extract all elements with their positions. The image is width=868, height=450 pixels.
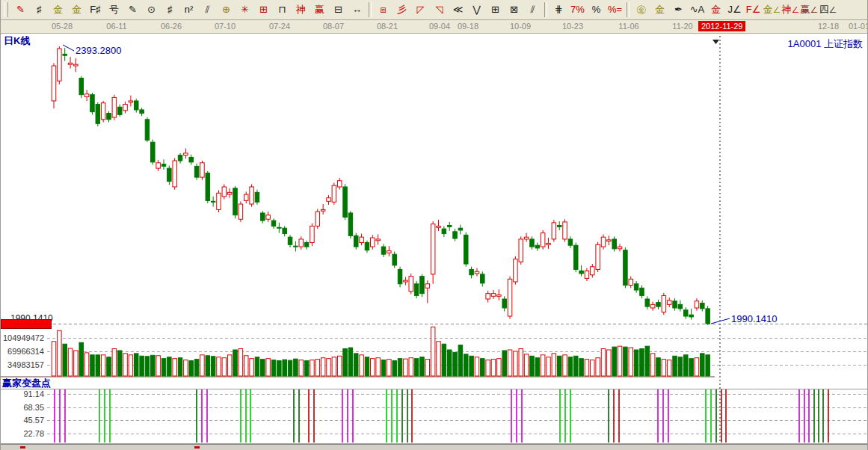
volume-bar bbox=[618, 346, 622, 376]
candle bbox=[343, 187, 348, 217]
volume-bar bbox=[420, 357, 425, 376]
volume-bar bbox=[393, 361, 397, 376]
volume-bar bbox=[376, 358, 381, 376]
volume-bar bbox=[601, 349, 606, 376]
volume-bar bbox=[337, 356, 342, 376]
candle bbox=[365, 243, 369, 250]
volume-bar bbox=[458, 345, 463, 376]
candle bbox=[701, 303, 705, 309]
candle bbox=[266, 215, 271, 220]
stock-app-window: ✎♯金金F♯号✎⊙♯n²⫽⊕✳⊞⊓神赢⊟↔⧈彡◸◹≪⋁⊞⊠⫽⋕7%%%=㊎金✒∿… bbox=[0, 0, 868, 450]
candle bbox=[79, 78, 84, 95]
volume-bar bbox=[442, 344, 446, 376]
candle bbox=[497, 295, 502, 296]
candle bbox=[458, 228, 463, 230]
candle bbox=[673, 301, 677, 308]
candle bbox=[189, 157, 194, 161]
candle bbox=[689, 315, 694, 317]
volume-bar bbox=[117, 351, 122, 376]
volume-bar bbox=[161, 359, 166, 376]
candle bbox=[618, 247, 622, 249]
volume-bar bbox=[84, 353, 89, 376]
candle bbox=[431, 224, 435, 274]
candle bbox=[151, 142, 156, 162]
horizontal-scrollbar[interactable] bbox=[1, 444, 868, 450]
candle bbox=[354, 235, 359, 247]
volume-bar bbox=[425, 360, 430, 376]
candle bbox=[535, 245, 540, 248]
volume-bar bbox=[244, 356, 249, 376]
candle bbox=[684, 310, 689, 316]
candle bbox=[117, 107, 122, 114]
volume-bar bbox=[283, 360, 287, 376]
volume-bar bbox=[294, 359, 298, 376]
candle bbox=[238, 204, 243, 219]
volume-axis-label-1: 104949472 bbox=[1, 333, 44, 342]
volume-bar bbox=[173, 359, 177, 376]
panel-label-daily-k[interactable]: 日K线 bbox=[4, 34, 30, 48]
volume-bar bbox=[579, 359, 584, 376]
candle bbox=[332, 185, 336, 202]
volume-bar bbox=[194, 360, 199, 376]
candle bbox=[557, 226, 561, 227]
volume-bar bbox=[332, 357, 336, 376]
volume-bar bbox=[541, 355, 545, 376]
volume-bar bbox=[514, 351, 518, 376]
candle bbox=[425, 284, 430, 289]
candle bbox=[250, 187, 254, 204]
volume-bar bbox=[547, 357, 551, 376]
candle bbox=[552, 223, 556, 239]
volume-bar bbox=[524, 354, 529, 376]
volume-bar bbox=[502, 351, 507, 376]
volume-bar bbox=[135, 354, 139, 376]
volume-bar bbox=[519, 349, 523, 376]
candle bbox=[574, 245, 579, 269]
candle bbox=[371, 238, 375, 247]
candle bbox=[74, 64, 79, 66]
candle bbox=[233, 188, 238, 215]
volume-axis-label-2: 69966314 bbox=[1, 347, 44, 356]
candle bbox=[596, 244, 600, 269]
low-price-annotation: 1990.1410 bbox=[731, 313, 777, 324]
candle bbox=[387, 251, 392, 253]
volume-bar bbox=[167, 357, 172, 376]
volume-bar bbox=[497, 359, 502, 376]
candle bbox=[271, 221, 276, 226]
volume-bar bbox=[530, 356, 535, 376]
candle bbox=[321, 209, 325, 211]
candle bbox=[360, 237, 364, 242]
volume-bar bbox=[189, 361, 194, 376]
volume-axis-label-3: 34983157 bbox=[1, 360, 44, 369]
candle bbox=[568, 239, 573, 245]
candle bbox=[547, 243, 551, 244]
candle bbox=[381, 247, 386, 254]
candle bbox=[601, 237, 606, 247]
candle bbox=[107, 114, 111, 120]
volume-bar bbox=[585, 360, 589, 376]
volume-bar bbox=[409, 358, 413, 376]
candlestick-chart-svg[interactable] bbox=[1, 0, 868, 450]
volume-bar bbox=[640, 349, 644, 376]
volume-bar bbox=[404, 359, 408, 376]
indicator-title[interactable]: 赢家变盘点 bbox=[2, 377, 51, 390]
candle bbox=[84, 94, 89, 97]
volume-bar bbox=[145, 357, 150, 376]
candle bbox=[514, 259, 518, 282]
volume-bar bbox=[316, 360, 320, 376]
volume-bar bbox=[470, 356, 474, 376]
scrollbar-mark-1 bbox=[20, 446, 25, 449]
volume-bar bbox=[552, 354, 556, 376]
volume-bar bbox=[684, 355, 689, 376]
candle bbox=[447, 226, 452, 227]
volume-bar bbox=[563, 355, 567, 376]
symbol-label[interactable]: 1A0001 上证指数 bbox=[788, 37, 863, 51]
candle bbox=[90, 95, 95, 112]
candle bbox=[629, 279, 633, 285]
candle bbox=[437, 226, 441, 227]
volume-bar bbox=[706, 355, 710, 376]
volume-bar bbox=[211, 357, 215, 376]
candle bbox=[337, 181, 342, 187]
volume-bar bbox=[178, 358, 182, 376]
volume-bar bbox=[151, 355, 156, 376]
candle bbox=[101, 103, 105, 120]
